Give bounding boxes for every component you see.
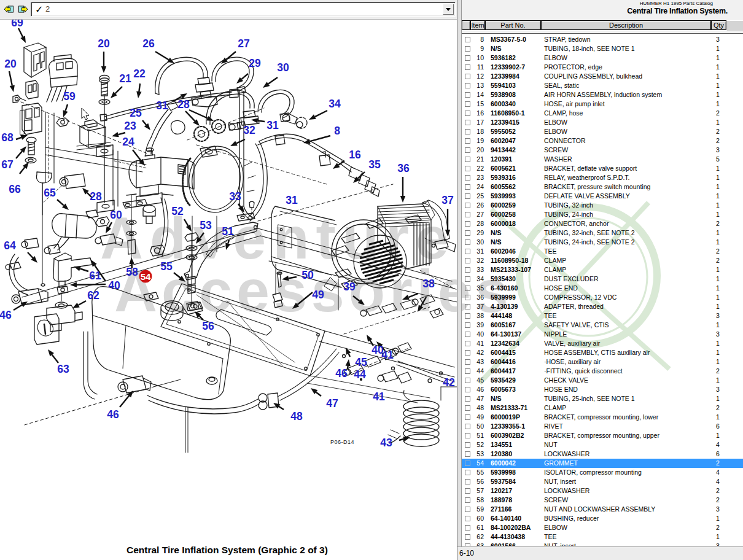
svg-text:28: 28 [90, 190, 102, 203]
svg-text:43: 43 [380, 437, 392, 449]
svg-text:49: 49 [312, 289, 324, 301]
svg-text:46: 46 [0, 309, 12, 321]
svg-text:65: 65 [44, 187, 56, 199]
svg-text:46: 46 [335, 367, 348, 379]
svg-text:48: 48 [290, 410, 303, 422]
svg-text:26: 26 [142, 37, 155, 50]
svg-text:64: 64 [4, 239, 16, 252]
svg-text:24: 24 [122, 136, 134, 148]
svg-text:50: 50 [301, 269, 314, 281]
svg-text:38: 38 [422, 278, 435, 290]
svg-text:47: 47 [326, 397, 338, 410]
svg-text:29: 29 [249, 57, 261, 69]
svg-text:16: 16 [349, 149, 361, 161]
svg-text:P06-D14: P06-D14 [330, 439, 354, 445]
svg-text:31: 31 [266, 119, 279, 131]
svg-text:40: 40 [108, 279, 120, 292]
svg-text:59: 59 [63, 90, 76, 103]
svg-text:53: 53 [200, 219, 212, 231]
svg-text:20: 20 [4, 58, 17, 70]
svg-text:61: 61 [89, 270, 101, 282]
svg-text:25: 25 [130, 107, 142, 119]
svg-text:33: 33 [229, 190, 241, 203]
svg-text:8: 8 [334, 125, 340, 137]
svg-text:55: 55 [160, 260, 173, 273]
svg-text:37: 37 [442, 194, 453, 206]
svg-text:45: 45 [355, 356, 367, 368]
svg-text:62: 62 [87, 289, 99, 301]
svg-text:Central Tire Inflation System: Central Tire Inflation System (Graphic 2… [126, 545, 328, 555]
svg-text:52: 52 [171, 205, 184, 217]
svg-text:58: 58 [126, 266, 138, 278]
svg-text:31: 31 [156, 99, 168, 112]
svg-text:67: 67 [1, 158, 13, 171]
svg-text:35: 35 [368, 158, 381, 171]
svg-text:27: 27 [238, 37, 249, 50]
svg-text:23: 23 [124, 120, 136, 132]
svg-text:63: 63 [57, 363, 69, 375]
svg-text:46: 46 [107, 408, 119, 421]
svg-text:28: 28 [177, 98, 190, 111]
svg-text:66: 66 [9, 183, 21, 195]
svg-text:39: 39 [343, 281, 356, 293]
svg-text:68: 68 [1, 131, 14, 144]
svg-text:56: 56 [202, 320, 214, 332]
svg-text:41: 41 [373, 391, 385, 403]
svg-text:51: 51 [222, 225, 234, 238]
svg-text:36: 36 [397, 162, 410, 174]
svg-text:34: 34 [329, 98, 341, 110]
svg-text:60: 60 [110, 209, 122, 221]
svg-text:54: 54 [141, 271, 151, 282]
svg-text:32: 32 [243, 124, 255, 136]
svg-text:30: 30 [277, 61, 289, 74]
svg-text:20: 20 [98, 37, 110, 50]
svg-text:22: 22 [133, 68, 146, 80]
svg-text:21: 21 [119, 72, 131, 85]
svg-text:44: 44 [354, 368, 366, 381]
svg-text:41: 41 [381, 349, 394, 361]
svg-text:31: 31 [286, 194, 298, 206]
svg-text:42: 42 [443, 376, 455, 389]
